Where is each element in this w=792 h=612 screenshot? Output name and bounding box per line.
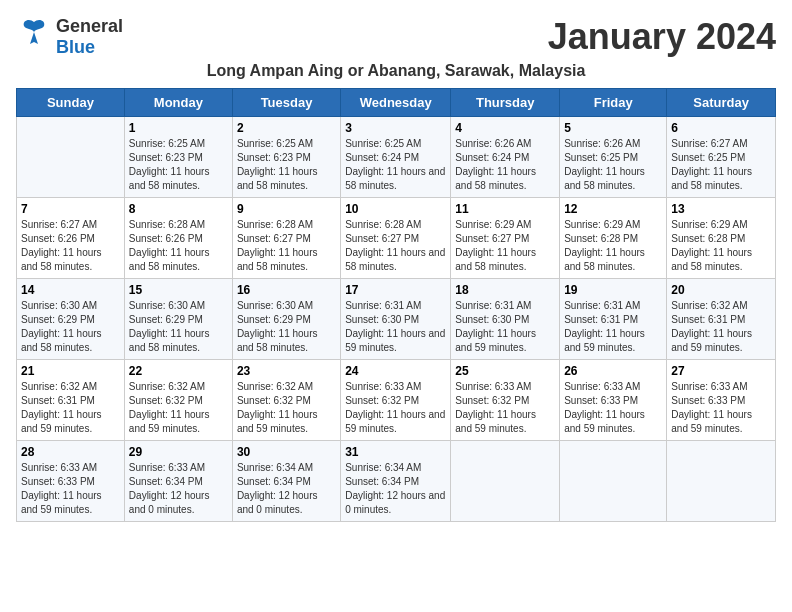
calendar-cell: 29Sunrise: 6:33 AM Sunset: 6:34 PM Dayli… [124, 441, 232, 522]
day-info: Sunrise: 6:29 AM Sunset: 6:28 PM Dayligh… [671, 218, 771, 274]
month-title: January 2024 [548, 16, 776, 58]
calendar-cell: 5Sunrise: 6:26 AM Sunset: 6:25 PM Daylig… [560, 117, 667, 198]
weekday-header: Sunday [17, 89, 125, 117]
calendar-cell: 12Sunrise: 6:29 AM Sunset: 6:28 PM Dayli… [560, 198, 667, 279]
calendar-cell: 17Sunrise: 6:31 AM Sunset: 6:30 PM Dayli… [341, 279, 451, 360]
calendar-cell: 4Sunrise: 6:26 AM Sunset: 6:24 PM Daylig… [451, 117, 560, 198]
weekday-header: Monday [124, 89, 232, 117]
day-info: Sunrise: 6:30 AM Sunset: 6:29 PM Dayligh… [129, 299, 228, 355]
calendar-cell [667, 441, 776, 522]
day-info: Sunrise: 6:33 AM Sunset: 6:34 PM Dayligh… [129, 461, 228, 517]
day-number: 28 [21, 445, 120, 459]
calendar-subtitle: Long Ampan Aing or Abanang, Sarawak, Mal… [16, 62, 776, 80]
logo-bird-icon [16, 16, 52, 58]
day-info: Sunrise: 6:27 AM Sunset: 6:26 PM Dayligh… [21, 218, 120, 274]
calendar-cell: 23Sunrise: 6:32 AM Sunset: 6:32 PM Dayli… [232, 360, 340, 441]
day-info: Sunrise: 6:25 AM Sunset: 6:24 PM Dayligh… [345, 137, 446, 193]
day-number: 19 [564, 283, 662, 297]
day-info: Sunrise: 6:28 AM Sunset: 6:26 PM Dayligh… [129, 218, 228, 274]
calendar-cell: 8Sunrise: 6:28 AM Sunset: 6:26 PM Daylig… [124, 198, 232, 279]
day-number: 30 [237, 445, 336, 459]
day-info: Sunrise: 6:33 AM Sunset: 6:33 PM Dayligh… [564, 380, 662, 436]
calendar-cell: 25Sunrise: 6:33 AM Sunset: 6:32 PM Dayli… [451, 360, 560, 441]
day-number: 14 [21, 283, 120, 297]
day-info: Sunrise: 6:30 AM Sunset: 6:29 PM Dayligh… [237, 299, 336, 355]
day-number: 22 [129, 364, 228, 378]
day-info: Sunrise: 6:26 AM Sunset: 6:25 PM Dayligh… [564, 137, 662, 193]
day-info: Sunrise: 6:32 AM Sunset: 6:32 PM Dayligh… [129, 380, 228, 436]
day-number: 6 [671, 121, 771, 135]
header: General Blue January 2024 [16, 16, 776, 58]
day-number: 23 [237, 364, 336, 378]
day-info: Sunrise: 6:32 AM Sunset: 6:31 PM Dayligh… [671, 299, 771, 355]
day-number: 20 [671, 283, 771, 297]
day-number: 4 [455, 121, 555, 135]
day-info: Sunrise: 6:31 AM Sunset: 6:31 PM Dayligh… [564, 299, 662, 355]
day-info: Sunrise: 6:33 AM Sunset: 6:33 PM Dayligh… [21, 461, 120, 517]
calendar-cell: 15Sunrise: 6:30 AM Sunset: 6:29 PM Dayli… [124, 279, 232, 360]
calendar-cell [17, 117, 125, 198]
calendar-week-row: 14Sunrise: 6:30 AM Sunset: 6:29 PM Dayli… [17, 279, 776, 360]
calendar-cell: 2Sunrise: 6:25 AM Sunset: 6:23 PM Daylig… [232, 117, 340, 198]
calendar-cell: 18Sunrise: 6:31 AM Sunset: 6:30 PM Dayli… [451, 279, 560, 360]
day-info: Sunrise: 6:27 AM Sunset: 6:25 PM Dayligh… [671, 137, 771, 193]
calendar-cell: 26Sunrise: 6:33 AM Sunset: 6:33 PM Dayli… [560, 360, 667, 441]
weekday-header: Thursday [451, 89, 560, 117]
day-number: 1 [129, 121, 228, 135]
weekday-header: Tuesday [232, 89, 340, 117]
day-info: Sunrise: 6:25 AM Sunset: 6:23 PM Dayligh… [129, 137, 228, 193]
day-info: Sunrise: 6:33 AM Sunset: 6:32 PM Dayligh… [455, 380, 555, 436]
day-number: 21 [21, 364, 120, 378]
calendar-cell: 27Sunrise: 6:33 AM Sunset: 6:33 PM Dayli… [667, 360, 776, 441]
calendar-week-row: 1Sunrise: 6:25 AM Sunset: 6:23 PM Daylig… [17, 117, 776, 198]
calendar-body: 1Sunrise: 6:25 AM Sunset: 6:23 PM Daylig… [17, 117, 776, 522]
logo-blue: Blue [56, 37, 95, 57]
day-number: 7 [21, 202, 120, 216]
day-info: Sunrise: 6:28 AM Sunset: 6:27 PM Dayligh… [237, 218, 336, 274]
day-info: Sunrise: 6:29 AM Sunset: 6:28 PM Dayligh… [564, 218, 662, 274]
day-info: Sunrise: 6:28 AM Sunset: 6:27 PM Dayligh… [345, 218, 446, 274]
day-info: Sunrise: 6:34 AM Sunset: 6:34 PM Dayligh… [345, 461, 446, 517]
day-info: Sunrise: 6:32 AM Sunset: 6:32 PM Dayligh… [237, 380, 336, 436]
logo-text: General Blue [56, 16, 123, 58]
day-info: Sunrise: 6:31 AM Sunset: 6:30 PM Dayligh… [455, 299, 555, 355]
day-info: Sunrise: 6:33 AM Sunset: 6:32 PM Dayligh… [345, 380, 446, 436]
day-number: 8 [129, 202, 228, 216]
calendar-cell: 7Sunrise: 6:27 AM Sunset: 6:26 PM Daylig… [17, 198, 125, 279]
calendar-table: SundayMondayTuesdayWednesdayThursdayFrid… [16, 88, 776, 522]
day-number: 17 [345, 283, 446, 297]
day-number: 15 [129, 283, 228, 297]
weekday-header: Wednesday [341, 89, 451, 117]
day-number: 5 [564, 121, 662, 135]
day-number: 9 [237, 202, 336, 216]
day-info: Sunrise: 6:34 AM Sunset: 6:34 PM Dayligh… [237, 461, 336, 517]
calendar-cell [451, 441, 560, 522]
day-number: 26 [564, 364, 662, 378]
calendar-cell: 14Sunrise: 6:30 AM Sunset: 6:29 PM Dayli… [17, 279, 125, 360]
logo-general: General [56, 16, 123, 36]
day-info: Sunrise: 6:29 AM Sunset: 6:27 PM Dayligh… [455, 218, 555, 274]
calendar-cell: 28Sunrise: 6:33 AM Sunset: 6:33 PM Dayli… [17, 441, 125, 522]
day-info: Sunrise: 6:30 AM Sunset: 6:29 PM Dayligh… [21, 299, 120, 355]
calendar-cell: 30Sunrise: 6:34 AM Sunset: 6:34 PM Dayli… [232, 441, 340, 522]
calendar-cell: 6Sunrise: 6:27 AM Sunset: 6:25 PM Daylig… [667, 117, 776, 198]
day-number: 31 [345, 445, 446, 459]
calendar-cell: 11Sunrise: 6:29 AM Sunset: 6:27 PM Dayli… [451, 198, 560, 279]
calendar-week-row: 28Sunrise: 6:33 AM Sunset: 6:33 PM Dayli… [17, 441, 776, 522]
calendar-cell: 3Sunrise: 6:25 AM Sunset: 6:24 PM Daylig… [341, 117, 451, 198]
calendar-cell: 16Sunrise: 6:30 AM Sunset: 6:29 PM Dayli… [232, 279, 340, 360]
calendar-cell: 13Sunrise: 6:29 AM Sunset: 6:28 PM Dayli… [667, 198, 776, 279]
day-number: 16 [237, 283, 336, 297]
day-number: 24 [345, 364, 446, 378]
day-info: Sunrise: 6:32 AM Sunset: 6:31 PM Dayligh… [21, 380, 120, 436]
logo: General Blue [16, 16, 123, 58]
calendar-cell: 22Sunrise: 6:32 AM Sunset: 6:32 PM Dayli… [124, 360, 232, 441]
calendar-cell: 21Sunrise: 6:32 AM Sunset: 6:31 PM Dayli… [17, 360, 125, 441]
day-info: Sunrise: 6:26 AM Sunset: 6:24 PM Dayligh… [455, 137, 555, 193]
calendar-cell: 10Sunrise: 6:28 AM Sunset: 6:27 PM Dayli… [341, 198, 451, 279]
calendar-cell: 19Sunrise: 6:31 AM Sunset: 6:31 PM Dayli… [560, 279, 667, 360]
calendar-cell: 1Sunrise: 6:25 AM Sunset: 6:23 PM Daylig… [124, 117, 232, 198]
day-number: 11 [455, 202, 555, 216]
day-number: 27 [671, 364, 771, 378]
weekday-header: Saturday [667, 89, 776, 117]
